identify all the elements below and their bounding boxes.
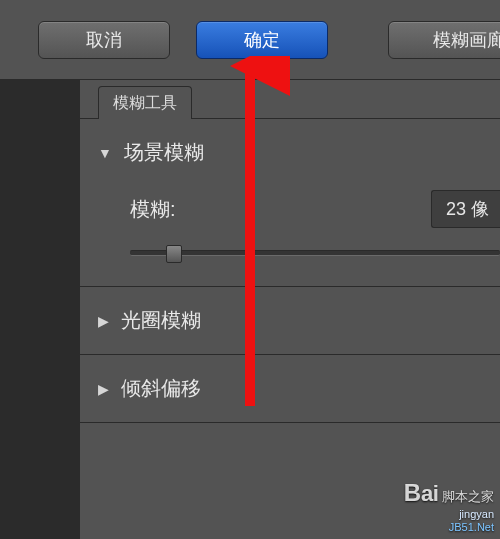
blur-amount-row: 模糊: 23 像 [130,190,500,228]
ok-button[interactable]: 确定 [196,21,328,59]
top-toolbar: 取消 确定 模糊画廊 [0,0,500,80]
cancel-button[interactable]: 取消 [38,21,170,59]
section-title: 光圈模糊 [121,307,201,334]
section-iris-blur: ▶ 光圈模糊 [80,287,500,355]
canvas-edge [0,80,80,539]
blur-amount-label: 模糊: [130,196,176,223]
disclosure-right-icon: ▶ [98,313,109,329]
blur-tools-panel: 模糊工具 ▼ 场景模糊 模糊: 23 像 ▶ 光圈模糊 ▶ 倾斜偏移 [80,80,500,539]
section-field-blur: ▼ 场景模糊 模糊: 23 像 [80,119,500,287]
section-header-tilt-shift[interactable]: ▶ 倾斜偏移 [80,355,500,422]
blur-amount-value[interactable]: 23 像 [431,190,500,228]
tab-blur-tools[interactable]: 模糊工具 [98,86,192,119]
panel-tab-row: 模糊工具 [80,80,500,119]
blur-gallery-button[interactable]: 模糊画廊 [388,21,500,59]
field-blur-body: 模糊: 23 像 [80,186,500,286]
section-title: 场景模糊 [124,139,204,166]
section-title: 倾斜偏移 [121,375,201,402]
disclosure-down-icon: ▼ [98,145,112,161]
slider-thumb[interactable] [166,245,182,263]
blur-amount-slider[interactable] [130,250,500,256]
section-header-field-blur[interactable]: ▼ 场景模糊 [80,119,500,186]
section-header-iris-blur[interactable]: ▶ 光圈模糊 [80,287,500,354]
section-tilt-shift: ▶ 倾斜偏移 [80,355,500,423]
disclosure-right-icon: ▶ [98,381,109,397]
